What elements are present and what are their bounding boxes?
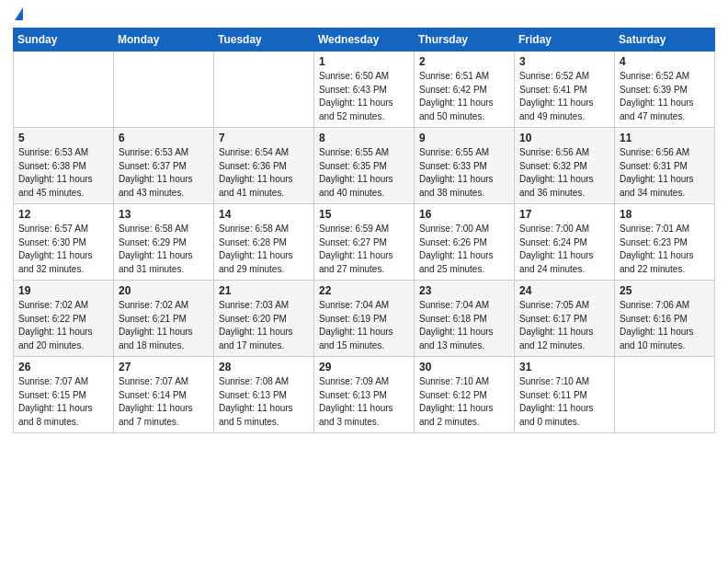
day-info: Sunrise: 6:57 AM Sunset: 6:30 PM Dayligh… [18, 223, 108, 276]
day-info: Sunrise: 6:53 AM Sunset: 6:37 PM Dayligh… [119, 146, 209, 200]
calendar-cell: 22Sunrise: 7:04 AM Sunset: 6:19 PM Dayli… [314, 281, 415, 357]
calendar-cell: 12Sunrise: 6:57 AM Sunset: 6:30 PM Dayli… [14, 204, 114, 281]
day-info: Sunrise: 7:07 AM Sunset: 6:14 PM Dayligh… [119, 375, 209, 429]
calendar-cell: 27Sunrise: 7:07 AM Sunset: 6:14 PM Dayli… [114, 357, 214, 433]
day-info: Sunrise: 7:09 AM Sunset: 6:13 PM Dayligh… [319, 375, 409, 429]
weekday-header-thursday: Thursday [415, 29, 515, 52]
day-number: 22 [319, 284, 409, 297]
day-info: Sunrise: 7:05 AM Sunset: 6:17 PM Dayligh… [519, 299, 609, 352]
calendar-cell: 24Sunrise: 7:05 AM Sunset: 6:17 PM Dayli… [515, 281, 615, 357]
calendar-cell [114, 52, 214, 128]
calendar-cell: 20Sunrise: 7:02 AM Sunset: 6:21 PM Dayli… [114, 281, 214, 357]
day-info: Sunrise: 7:04 AM Sunset: 6:18 PM Dayligh… [419, 299, 509, 352]
day-number: 26 [18, 361, 108, 373]
day-number: 15 [319, 208, 409, 221]
day-info: Sunrise: 7:04 AM Sunset: 6:19 PM Dayligh… [319, 299, 409, 352]
day-info: Sunrise: 6:50 AM Sunset: 6:43 PM Dayligh… [319, 70, 409, 123]
calendar-cell [14, 52, 114, 128]
day-number: 18 [620, 208, 710, 221]
weekday-header-wednesday: Wednesday [314, 29, 415, 52]
day-info: Sunrise: 6:55 AM Sunset: 6:33 PM Dayligh… [419, 146, 509, 200]
day-info: Sunrise: 7:07 AM Sunset: 6:15 PM Dayligh… [18, 375, 108, 429]
calendar-cell: 4Sunrise: 6:52 AM Sunset: 6:39 PM Daylig… [615, 52, 715, 128]
week-row-1: 1Sunrise: 6:50 AM Sunset: 6:43 PM Daylig… [14, 52, 715, 128]
weekday-header-sunday: Sunday [14, 29, 114, 52]
calendar-cell: 8Sunrise: 6:55 AM Sunset: 6:35 PM Daylig… [314, 128, 415, 204]
calendar-cell: 7Sunrise: 6:54 AM Sunset: 6:36 PM Daylig… [214, 128, 314, 204]
calendar-cell: 14Sunrise: 6:58 AM Sunset: 6:28 PM Dayli… [214, 204, 314, 281]
day-info: Sunrise: 6:59 AM Sunset: 6:27 PM Dayligh… [319, 223, 409, 276]
calendar-cell: 13Sunrise: 6:58 AM Sunset: 6:29 PM Dayli… [114, 204, 214, 281]
day-number: 2 [419, 55, 509, 68]
week-row-2: 5Sunrise: 6:53 AM Sunset: 6:38 PM Daylig… [14, 128, 715, 204]
day-info: Sunrise: 6:51 AM Sunset: 6:42 PM Dayligh… [419, 70, 509, 123]
weekday-header-saturday: Saturday [615, 29, 715, 52]
calendar-cell: 6Sunrise: 6:53 AM Sunset: 6:37 PM Daylig… [114, 128, 214, 204]
day-info: Sunrise: 6:54 AM Sunset: 6:36 PM Dayligh… [219, 146, 309, 200]
day-number: 30 [419, 361, 509, 373]
week-row-3: 12Sunrise: 6:57 AM Sunset: 6:30 PM Dayli… [14, 204, 715, 281]
day-info: Sunrise: 7:00 AM Sunset: 6:24 PM Dayligh… [519, 223, 609, 276]
week-row-5: 26Sunrise: 7:07 AM Sunset: 6:15 PM Dayli… [14, 357, 715, 433]
day-number: 25 [620, 284, 710, 297]
day-number: 20 [119, 284, 209, 297]
day-number: 1 [319, 55, 409, 68]
day-number: 17 [519, 208, 609, 221]
day-info: Sunrise: 7:00 AM Sunset: 6:26 PM Dayligh… [419, 223, 509, 276]
day-number: 27 [119, 361, 209, 373]
calendar-cell: 21Sunrise: 7:03 AM Sunset: 6:20 PM Dayli… [214, 281, 314, 357]
day-number: 28 [219, 361, 309, 373]
weekday-header-tuesday: Tuesday [214, 29, 314, 52]
calendar-cell: 11Sunrise: 6:56 AM Sunset: 6:31 PM Dayli… [615, 128, 715, 204]
day-number: 6 [119, 132, 209, 144]
day-number: 14 [219, 208, 309, 221]
day-number: 11 [620, 132, 710, 144]
weekday-header-monday: Monday [114, 29, 214, 52]
day-number: 7 [219, 132, 309, 144]
day-number: 9 [419, 132, 509, 144]
calendar-cell [615, 357, 715, 433]
day-info: Sunrise: 6:52 AM Sunset: 6:41 PM Dayligh… [519, 70, 609, 123]
day-number: 21 [219, 284, 309, 297]
calendar-cell: 1Sunrise: 6:50 AM Sunset: 6:43 PM Daylig… [314, 52, 415, 128]
weekday-header-row: SundayMondayTuesdayWednesdayThursdayFrid… [14, 29, 715, 52]
calendar-cell: 17Sunrise: 7:00 AM Sunset: 6:24 PM Dayli… [515, 204, 615, 281]
header [13, 9, 715, 22]
day-number: 31 [519, 361, 609, 373]
day-info: Sunrise: 6:56 AM Sunset: 6:31 PM Dayligh… [620, 146, 710, 200]
day-info: Sunrise: 7:10 AM Sunset: 6:12 PM Dayligh… [419, 375, 509, 429]
calendar-cell: 26Sunrise: 7:07 AM Sunset: 6:15 PM Dayli… [14, 357, 114, 433]
day-info: Sunrise: 6:53 AM Sunset: 6:38 PM Dayligh… [18, 146, 108, 200]
day-number: 12 [18, 208, 108, 221]
weekday-header-friday: Friday [515, 29, 615, 52]
day-info: Sunrise: 7:10 AM Sunset: 6:11 PM Dayligh… [519, 375, 609, 429]
calendar-cell: 16Sunrise: 7:00 AM Sunset: 6:26 PM Dayli… [415, 204, 515, 281]
day-info: Sunrise: 6:56 AM Sunset: 6:32 PM Dayligh… [519, 146, 609, 200]
day-number: 16 [419, 208, 509, 221]
day-info: Sunrise: 7:02 AM Sunset: 6:22 PM Dayligh… [18, 299, 108, 352]
calendar-cell: 2Sunrise: 6:51 AM Sunset: 6:42 PM Daylig… [415, 52, 515, 128]
day-number: 8 [319, 132, 409, 144]
week-row-4: 19Sunrise: 7:02 AM Sunset: 6:22 PM Dayli… [14, 281, 715, 357]
day-info: Sunrise: 7:03 AM Sunset: 6:20 PM Dayligh… [219, 299, 309, 352]
calendar-cell: 3Sunrise: 6:52 AM Sunset: 6:41 PM Daylig… [515, 52, 615, 128]
calendar-cell: 30Sunrise: 7:10 AM Sunset: 6:12 PM Dayli… [415, 357, 515, 433]
day-number: 13 [119, 208, 209, 221]
day-number: 10 [519, 132, 609, 144]
calendar: SundayMondayTuesdayWednesdayThursdayFrid… [13, 28, 715, 433]
calendar-cell [214, 52, 314, 128]
day-info: Sunrise: 7:01 AM Sunset: 6:23 PM Dayligh… [620, 223, 710, 276]
day-info: Sunrise: 7:02 AM Sunset: 6:21 PM Dayligh… [119, 299, 209, 352]
day-number: 3 [519, 55, 609, 68]
day-info: Sunrise: 6:58 AM Sunset: 6:29 PM Dayligh… [119, 223, 209, 276]
calendar-cell: 18Sunrise: 7:01 AM Sunset: 6:23 PM Dayli… [615, 204, 715, 281]
logo-triangle-icon [15, 7, 23, 20]
calendar-cell: 25Sunrise: 7:06 AM Sunset: 6:16 PM Dayli… [615, 281, 715, 357]
day-number: 24 [519, 284, 609, 297]
calendar-cell: 28Sunrise: 7:08 AM Sunset: 6:13 PM Dayli… [214, 357, 314, 433]
calendar-cell: 23Sunrise: 7:04 AM Sunset: 6:18 PM Dayli… [415, 281, 515, 357]
page: SundayMondayTuesdayWednesdayThursdayFrid… [0, 0, 728, 563]
day-number: 5 [18, 132, 108, 144]
day-info: Sunrise: 6:58 AM Sunset: 6:28 PM Dayligh… [219, 223, 309, 276]
day-info: Sunrise: 6:52 AM Sunset: 6:39 PM Dayligh… [620, 70, 710, 123]
